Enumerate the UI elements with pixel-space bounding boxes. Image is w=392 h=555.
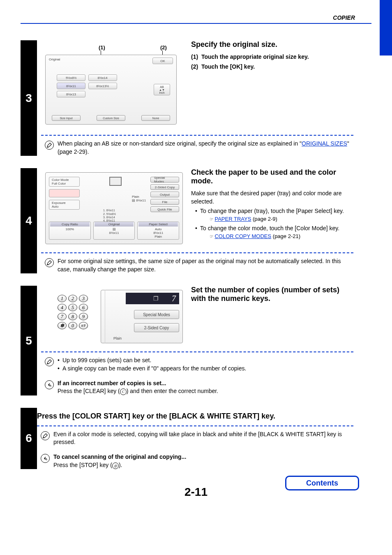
size-btn[interactable]: 5½x8½ (57, 74, 85, 81)
pencil-note-icon (41, 431, 50, 440)
2sided-copy-btn[interactable]: 2-Sided Copy (150, 184, 179, 190)
key-7[interactable]: 7 (58, 313, 67, 320)
pointer-icon: ☞ (210, 233, 213, 239)
paper-type-label: Plain (113, 336, 122, 340)
step5-stop-t: Press the [CLEAR] key ( (58, 388, 120, 394)
quick-file-btn[interactable]: Quick File (150, 206, 179, 212)
step3-sub1-num: (1) (191, 53, 198, 60)
pencil-note-icon (45, 357, 54, 366)
key-9[interactable]: 9 (79, 313, 88, 320)
key-6[interactable]: 6 (79, 304, 88, 311)
step-6: 6 Press the [COLOR START] key or the [BL… (21, 408, 353, 469)
stop-key-icon: ◎ (112, 462, 119, 469)
ab-inch-toggle[interactable]: AB ▲▼ Inch (154, 84, 170, 95)
key-1[interactable]: 1 (58, 295, 67, 302)
none-tab[interactable]: None (141, 115, 170, 121)
step6-stop-t: Press the [STOP] key ( (53, 462, 112, 468)
key-hash[interactable]: #/P (79, 322, 88, 329)
key-2[interactable]: 2 (68, 295, 77, 302)
step-number: 4 (21, 168, 37, 273)
step-number: 3 (21, 40, 37, 156)
step4-p1: Make sure that the desired paper (tray) … (191, 190, 353, 206)
color-copy-modes-link[interactable]: COLOR COPY MODES (214, 233, 271, 239)
step5-diagram: 1 2 3 4 5 6 7 8 9 ✽ 0 #/P (45, 290, 183, 343)
pencil-note-icon (45, 141, 54, 150)
color-mode-label: Color Mode (52, 178, 69, 182)
side-tab (380, 0, 392, 56)
custom-size-tab[interactable]: Custom Size (97, 115, 125, 121)
paper-trays-link[interactable]: PAPER TRAYS (214, 216, 251, 222)
step4-heading: Check the paper to be used and the color… (191, 168, 353, 185)
step5-stop-heading: If an incorrect number of copies is set.… (58, 380, 166, 386)
step6-note: Even if a color mode is selected, copyin… (53, 430, 353, 446)
step-5: 5 1 2 3 4 5 6 7 8 9 (21, 286, 353, 395)
ab-label: AB (160, 86, 164, 88)
2sided-copy-btn[interactable]: 2-Sided Copy (134, 323, 179, 332)
key-star[interactable]: ✽ (58, 322, 67, 329)
size-input-tab[interactable]: Size Input (52, 115, 81, 121)
paper-select-box[interactable]: Paper SelectAuto8½x11Plain (137, 222, 179, 240)
step4-diagram: Color ModeFull Color ExposureAuto Plain▤… (45, 172, 183, 244)
contents-button[interactable]: Contents (285, 476, 359, 490)
key-8[interactable]: 8 (68, 313, 77, 320)
step5-heading: Set the number of copies (number of sets… (191, 286, 353, 303)
size-btn[interactable]: 8½x13 (57, 91, 85, 97)
original-sizes-link[interactable]: ORIGINAL SIZES (302, 140, 347, 147)
key-4[interactable]: 4 (58, 304, 67, 311)
copies-icon: ❐ (153, 295, 159, 302)
xref2-tail: (page 2-21) (271, 233, 300, 239)
callout-2: (2) (160, 44, 167, 51)
original-box[interactable]: Original▤ 8½x11 (93, 222, 135, 240)
exposure-label: Exposure (52, 201, 66, 205)
section-header: COPIER (21, 12, 371, 23)
step3-note: When placing an AB size or non-standard … (58, 140, 302, 147)
special-modes-btn[interactable]: Special Modes (134, 310, 179, 319)
copy-ratio-box[interactable]: Copy Ratio100% (49, 222, 91, 240)
step4-li2: To change the color mode, touch the [Col… (200, 225, 339, 231)
step3-heading: Specify the original size. (191, 40, 353, 49)
panel-title: Original (49, 58, 60, 61)
color-mode-value: Full Color (52, 182, 66, 185)
step4-note: For some original size settings, the sam… (58, 257, 353, 273)
step5-stop-t2: ) and then enter the correct number. (127, 388, 218, 394)
key-5[interactable]: 5 (68, 304, 77, 311)
step-3: 3 (1) (2) Original OK 5½x8½ (21, 40, 353, 156)
numeric-keypad: 1 2 3 4 5 6 7 8 9 ✽ 0 #/P (58, 295, 88, 329)
copies-display: 7 (126, 293, 179, 304)
step3-sub1: Touch the appropriate original size key. (201, 53, 309, 60)
output-btn[interactable]: Output (150, 192, 179, 197)
callout-1: (1) (99, 44, 105, 51)
step4-li1: To change the paper (tray), touch the [P… (200, 208, 344, 214)
exposure-value: Auto (52, 205, 58, 208)
step6-stop-t2: ). (119, 462, 122, 468)
tray-item: 2. 5½x8½ (103, 213, 116, 216)
step3-sub2-num: (2) (191, 63, 198, 70)
step5-note-li1: Up to 999 copies (sets) can be set. (58, 356, 353, 365)
size-btn[interactable]: 8½x14 (88, 74, 117, 81)
plain-size: 8½x11 (136, 199, 146, 202)
file-btn[interactable]: File (150, 199, 179, 205)
preview-icon (109, 177, 122, 186)
step6-heading: Press the [COLOR START] key or the [BLAC… (37, 412, 353, 421)
tray-item: 1. 8½x11 (103, 209, 116, 212)
pointer-icon: ☞ (210, 216, 213, 222)
back-arrow-icon (41, 454, 50, 463)
step-number: 5 (21, 286, 37, 395)
step6-stop-heading: To cancel scanning of the original and c… (53, 453, 186, 460)
ok-button[interactable]: OK (152, 58, 173, 64)
step3-sub2: Touch the [OK] key. (201, 63, 255, 70)
xref1-tail: (page 2-9) (251, 216, 277, 222)
pencil-note-icon (45, 258, 54, 267)
inch-label: Inch (159, 91, 164, 94)
clear-key-icon: C (120, 388, 127, 395)
tray-item: 3. 8½x14 (103, 216, 116, 219)
key-0[interactable]: 0 (68, 322, 77, 329)
step-number: 6 (21, 408, 37, 469)
size-btn[interactable]: 8½x13½ (88, 83, 117, 89)
step-4: 4 Color ModeFull Color ExposureAuto Plai… (21, 168, 353, 273)
special-modes-btn[interactable]: Special Modes (150, 177, 179, 183)
size-btn-selected[interactable]: 8½x11 (57, 83, 85, 89)
step3-diagram: (1) (2) Original OK 5½x8½ 8½x14 8½x11 (45, 44, 177, 127)
plain-label: Plain (132, 195, 139, 199)
key-3[interactable]: 3 (79, 295, 88, 302)
